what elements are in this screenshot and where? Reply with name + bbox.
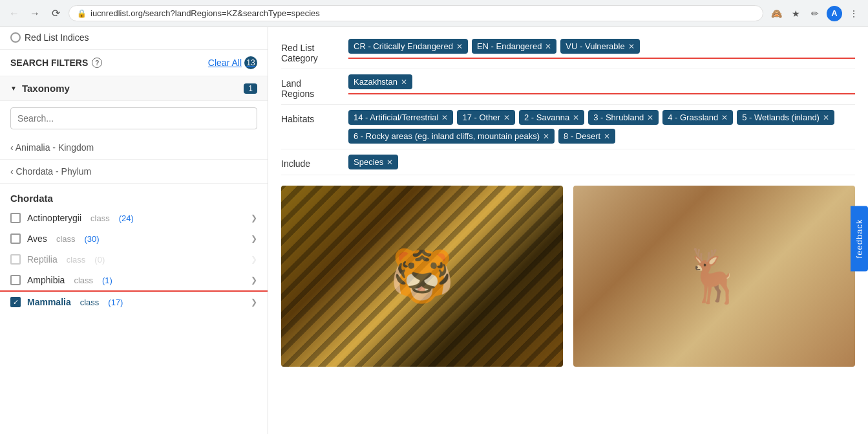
amphibia-checkbox[interactable] [10, 275, 21, 285]
class-name: Amphibia [27, 275, 65, 285]
tag-h8[interactable]: 8 - Desert ✕ [558, 129, 615, 144]
main-layout: Red List Indices SEARCH FILTERS ? Clear … [0, 27, 868, 434]
tag-h17-close[interactable]: ✕ [503, 113, 510, 122]
taxonomy-label: Taxonomy [22, 83, 70, 94]
lock-icon: 🔒 [77, 9, 87, 18]
class-mammalia-item[interactable]: ✓ Mammalia class (17) ❯ [0, 290, 268, 312]
class-name: Reptilia [27, 254, 58, 265]
feedback-button[interactable]: feedback [851, 206, 868, 272]
include-tags: Species ✕ [348, 155, 855, 169]
class-chevron-icon: ❯ [251, 234, 257, 243]
tiger-image [281, 186, 563, 367]
habitats-label: Habitats [281, 110, 339, 124]
right-content: Red ListCategory CR - Critically Endange… [268, 27, 868, 434]
class-count: (0) [94, 255, 105, 265]
taxonomy-search-input[interactable] [10, 107, 257, 129]
class-label: class [90, 213, 110, 223]
radio-button [10, 32, 21, 43]
class-actinopterygii-item[interactable]: Actinopterygii class (24) ❯ [0, 208, 268, 228]
tag-kazakhstan-close[interactable]: ✕ [401, 78, 407, 87]
address-bar[interactable]: 🔒 iucnredlist.org/search?landRegions=KZ&… [69, 5, 763, 21]
class-label: class [67, 255, 86, 265]
taxon-animalia-item[interactable]: ‹ Animalia - Kingdom [0, 136, 268, 160]
tag-species[interactable]: Species ✕ [348, 155, 398, 169]
back-button[interactable]: ← [6, 6, 22, 21]
tag-species-close[interactable]: ✕ [386, 158, 393, 167]
reptilia-checkbox [10, 254, 21, 265]
tag-h3-close[interactable]: ✕ [647, 113, 653, 122]
search-filters-label: SEARCH FILTERS ? [10, 58, 102, 68]
class-chevron-icon: ❯ [251, 213, 257, 222]
red-list-indices-label: Red List Indices [25, 32, 89, 43]
class-chevron-icon: ❯ [251, 298, 257, 307]
class-count: (17) [108, 298, 123, 307]
tag-h6[interactable]: 6 - Rocky areas (eg. inland cliffs, moun… [348, 129, 555, 144]
class-left: Aves class (30) [10, 233, 100, 244]
help-icon[interactable]: ? [92, 58, 102, 68]
browser-chrome: ← → ⟳ 🔒 iucnredlist.org/search?landRegio… [0, 0, 868, 27]
taxonomy-count-badge: 1 [244, 83, 257, 94]
tag-h17[interactable]: 17 - Other ✕ [457, 110, 515, 125]
eye-slash-icon[interactable]: 🙈 [768, 6, 784, 21]
class-count: (1) [102, 276, 112, 285]
class-left: Actinopterygii class (24) [10, 213, 134, 223]
actinopterygii-checkbox[interactable] [10, 213, 21, 223]
tag-h8-close[interactable]: ✕ [604, 132, 610, 141]
class-amphibia-item[interactable]: Amphibia class (1) ❯ [0, 270, 268, 290]
tag-cr[interactable]: CR - Critically Endangered ✕ [348, 39, 468, 54]
clear-all-button[interactable]: Clear All 13 [208, 56, 257, 69]
class-count: (24) [119, 213, 134, 223]
taxon-chordata-item[interactable]: ‹ Chordata - Phylum [0, 160, 268, 184]
refresh-button[interactable]: ⟳ [48, 6, 63, 21]
tag-h4-close[interactable]: ✕ [721, 113, 728, 122]
red-list-category-row: Red ListCategory CR - Critically Endange… [281, 34, 855, 69]
class-chevron-icon: ❯ [251, 276, 257, 285]
class-label: class [56, 234, 76, 244]
class-aves-item[interactable]: Aves class (30) ❯ [0, 228, 268, 249]
tag-h2[interactable]: 2 - Savanna ✕ [519, 110, 584, 125]
bookmark-icon[interactable]: ★ [788, 6, 803, 21]
tag-h4[interactable]: 4 - Grassland ✕ [662, 110, 733, 125]
avatar[interactable]: A [827, 6, 842, 21]
class-reptilia-item: Reptilia class (0) ❯ [0, 249, 268, 270]
class-left: Amphibia class (1) [10, 275, 112, 285]
taxonomy-left: ▼ Taxonomy [10, 83, 70, 94]
tag-kazakhstan[interactable]: Kazakhstan ✕ [348, 74, 412, 89]
collapse-icon: ▼ [10, 85, 17, 92]
tag-h14[interactable]: 14 - Artificial/Terrestrial ✕ [348, 110, 453, 125]
mammalia-checkbox[interactable]: ✓ [10, 297, 21, 307]
class-label: class [80, 298, 100, 307]
forward-button[interactable]: → [27, 6, 43, 21]
taxonomy-section-header[interactable]: ▼ Taxonomy 1 [0, 76, 268, 101]
habitats-row: Habitats 14 - Artificial/Terrestrial ✕ 1… [281, 105, 855, 149]
class-label: class [74, 276, 93, 285]
tag-en[interactable]: EN - Endangered ✕ [472, 39, 556, 54]
tag-h5-close[interactable]: ✕ [823, 113, 829, 122]
include-row: Include Species ✕ [281, 149, 855, 175]
habitat-tags: 14 - Artificial/Terrestrial ✕ 17 - Other… [348, 110, 855, 144]
red-list-tags: CR - Critically Endangered ✕ EN - Endang… [348, 39, 855, 59]
taxon-animalia-label: ‹ Animalia - Kingdom [10, 142, 94, 153]
red-list-indices-item[interactable]: Red List Indices [0, 27, 268, 50]
class-count: (30) [85, 234, 100, 244]
sidebar: Red List Indices SEARCH FILTERS ? Clear … [0, 27, 268, 434]
tag-h6-close[interactable]: ✕ [543, 132, 549, 141]
aves-checkbox[interactable] [10, 233, 21, 244]
tag-vu[interactable]: VU - Vulnerable ✕ [560, 39, 639, 54]
feedback-button-wrap[interactable]: feedback [851, 206, 868, 272]
land-regions-row: LandRegions Kazakhstan ✕ [281, 69, 855, 105]
class-chevron-icon: ❯ [251, 255, 257, 264]
tag-vu-close[interactable]: ✕ [628, 42, 635, 51]
class-name: Aves [27, 233, 47, 244]
class-left: Reptilia class (0) [10, 254, 105, 265]
extensions-icon[interactable]: ✏ [807, 6, 823, 21]
tag-h2-close[interactable]: ✕ [573, 113, 579, 122]
class-left: ✓ Mammalia class (17) [10, 297, 123, 307]
tag-cr-close[interactable]: ✕ [456, 42, 463, 51]
tag-h3[interactable]: 3 - Shrubland ✕ [588, 110, 659, 125]
menu-icon[interactable]: ⋮ [846, 6, 862, 21]
gazelle-image [573, 186, 855, 367]
tag-en-close[interactable]: ✕ [545, 42, 551, 51]
tag-h14-close[interactable]: ✕ [441, 113, 448, 122]
tag-h5[interactable]: 5 - Wetlands (inland) ✕ [737, 110, 834, 125]
